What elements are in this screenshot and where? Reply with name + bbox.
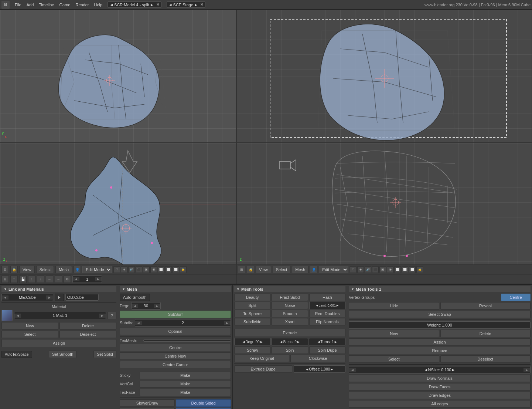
keep-original-btn[interactable]: Keep Original xyxy=(234,355,289,362)
tb-icon-g[interactable]: → xyxy=(55,276,62,283)
degr-slider-mt[interactable]: ◄Degr: 90► xyxy=(234,338,271,345)
frame-counter[interactable]: ◄ 1 ► xyxy=(72,276,102,283)
vg-deselect-btn[interactable]: Deselect xyxy=(440,355,531,363)
vir-1[interactable]: □ xyxy=(350,266,357,273)
f-btn[interactable]: F xyxy=(55,294,64,301)
tb-icon-f[interactable]: ← xyxy=(46,276,53,283)
setsolid-btn[interactable]: Set Solid xyxy=(93,351,116,358)
frame-next[interactable]: ► xyxy=(95,277,102,281)
lock-icon-tl[interactable]: 🔒 xyxy=(10,266,18,273)
vir-5[interactable]: ▣ xyxy=(379,266,386,273)
tb-icon-d[interactable]: ↑ xyxy=(28,276,35,283)
subdiv-next[interactable]: ► xyxy=(224,321,231,325)
menu-add[interactable]: Add xyxy=(24,2,36,8)
view-btn-right[interactable]: View xyxy=(256,266,271,273)
centre-btn[interactable]: Centre xyxy=(120,344,231,351)
draw-normals-btn[interactable]: Draw Normals xyxy=(349,375,531,382)
mesh-tools1-header[interactable]: ▼ Mesh Tools 1 xyxy=(349,286,531,292)
slowerdraw-btn[interactable]: SlowerDraw xyxy=(120,399,175,407)
degr-prev[interactable]: ◄ xyxy=(132,304,138,308)
mat-selector[interactable]: ◄ 1 Mat: 1 ► xyxy=(14,312,106,319)
turns-slider[interactable]: ◄Turns: 1► xyxy=(309,338,345,345)
vi-3[interactable]: 🔊 xyxy=(128,266,135,273)
mat-prev[interactable]: ◄ xyxy=(14,314,21,318)
obj-data-selector[interactable]: ◄ ME:Cube ► xyxy=(1,294,53,301)
frame-prev[interactable]: ◄ xyxy=(73,277,79,281)
tb-icon-e[interactable]: ↓ xyxy=(37,276,44,283)
extrude-dupe-btn[interactable]: Extrude Dupe xyxy=(234,365,292,373)
weight-slider[interactable]: Weight: 1.000 xyxy=(349,321,531,329)
clockwise-btn[interactable]: Clockwise xyxy=(290,355,345,362)
autosmooth-btn[interactable]: Auto Smooth xyxy=(120,294,150,301)
mat-new-btn[interactable]: New xyxy=(1,322,58,329)
vi-9[interactable]: ⬜ xyxy=(173,266,179,273)
vi-7[interactable]: ⬜ xyxy=(158,266,164,273)
spin-dupe-btn[interactable]: Spin Dupe xyxy=(309,347,345,354)
nsize-slider[interactable]: ◄ ◄NSize: 0.100► ► xyxy=(349,366,531,373)
mode-selector-left[interactable]: Edit Mode xyxy=(82,266,112,273)
obj-data-prev[interactable]: ◄ xyxy=(2,295,8,300)
mesh-header[interactable]: ▼ Mesh xyxy=(120,286,231,292)
hide-btn[interactable]: Hide xyxy=(349,302,439,310)
menu-timeline[interactable]: Timeline xyxy=(37,2,56,8)
vir-2[interactable]: ◈ xyxy=(357,266,364,273)
viewport-icon-tr[interactable]: ⊞ xyxy=(238,266,245,273)
steps-slider[interactable]: ◄Steps: 9► xyxy=(272,338,308,345)
vir-9[interactable]: ⬜ xyxy=(409,266,416,273)
vir-10[interactable]: 🔒 xyxy=(416,266,423,273)
double-sided-btn[interactable]: Double Sided xyxy=(176,399,231,407)
tb-icon-a[interactable]: ⊞ xyxy=(1,276,9,283)
mat-next[interactable]: ► xyxy=(99,314,106,318)
mesh-btn-left[interactable]: Mesh xyxy=(55,266,72,273)
obj-data-next[interactable]: ► xyxy=(46,295,53,300)
lock-icon-tr[interactable]: 🔒 xyxy=(247,266,254,273)
viewport-tl[interactable]: x y xyxy=(0,10,236,143)
menu-game[interactable]: Game xyxy=(57,2,72,8)
screen-selector[interactable]: ◄ SCR:Model 4 - split ► ✕ xyxy=(108,1,161,8)
mat-select-btn[interactable]: Select xyxy=(1,331,58,338)
setsmooth-btn[interactable]: Set Smooth xyxy=(49,351,76,358)
vg-remove-btn[interactable]: Remove xyxy=(349,347,531,354)
menu-file[interactable]: File xyxy=(13,2,24,8)
vi-6[interactable]: ◉ xyxy=(150,266,157,273)
offset-slider[interactable]: ◄Offset: 1.000► xyxy=(294,365,346,373)
mat-question-btn[interactable]: ? xyxy=(108,312,116,319)
vir-3[interactable]: 🔊 xyxy=(365,266,371,273)
viewport-icon-tl[interactable]: ⊞ xyxy=(1,266,9,273)
texmesh-field[interactable] xyxy=(143,339,231,342)
extrude-btn[interactable]: Extrude xyxy=(234,329,345,337)
tb-icon-c[interactable]: 💾 xyxy=(19,276,27,283)
reveal-btn[interactable]: Reveal xyxy=(440,302,531,310)
vi-10[interactable]: 🔒 xyxy=(180,266,187,273)
hash-btn[interactable]: Hash xyxy=(309,294,345,301)
to-sphere-btn[interactable]: To Sphere xyxy=(234,310,270,317)
blender-logo[interactable]: B xyxy=(1,1,10,9)
vi-5[interactable]: ▣ xyxy=(143,266,150,273)
autotex-btn[interactable]: AutoTexSpace xyxy=(1,351,32,358)
screw-btn[interactable]: Screw xyxy=(234,347,270,354)
tb-icon-b[interactable]: □ xyxy=(10,276,18,283)
scene-selector[interactable]: ◄ SCE:Stage ► ✕ xyxy=(167,1,205,8)
limit-slider[interactable]: ◄Limit: 0.001► xyxy=(309,302,345,309)
select-btn-right[interactable]: Select xyxy=(273,266,291,273)
centre-mt1-btn[interactable]: Centre xyxy=(501,294,531,301)
noise-btn[interactable]: Noise xyxy=(272,302,308,309)
make-vertcol-btn[interactable]: Make xyxy=(140,380,231,388)
fasterdraw-btn[interactable]: FasterDraw xyxy=(120,408,175,409)
select-swap-btn[interactable]: Select Swap xyxy=(349,311,531,318)
sculpt-icon-r[interactable]: 👤 xyxy=(310,266,317,273)
degr-slider[interactable]: ◄ 30 ► xyxy=(131,302,161,310)
link-materials-header[interactable]: ▼ Link and Materials xyxy=(1,286,116,292)
vir-6[interactable]: ◉ xyxy=(387,266,393,273)
viewport-bl[interactable]: z x xyxy=(0,143,236,265)
degr-next[interactable]: ► xyxy=(154,304,160,308)
smooth-btn[interactable]: Smooth xyxy=(272,310,308,317)
vg-new-btn[interactable]: New xyxy=(349,330,439,337)
vg-select-btn[interactable]: Select xyxy=(349,355,439,363)
mat-assign-btn[interactable]: Assign xyxy=(1,339,116,347)
mesh-tools-header[interactable]: ▼ Mesh Tools xyxy=(234,286,345,292)
vir-7[interactable]: ⬜ xyxy=(394,266,401,273)
subsurf-btn[interactable]: SubSurf xyxy=(120,311,231,318)
mesh-btn-right[interactable]: Mesh xyxy=(292,266,308,273)
vir-8[interactable]: ⬜ xyxy=(402,266,408,273)
